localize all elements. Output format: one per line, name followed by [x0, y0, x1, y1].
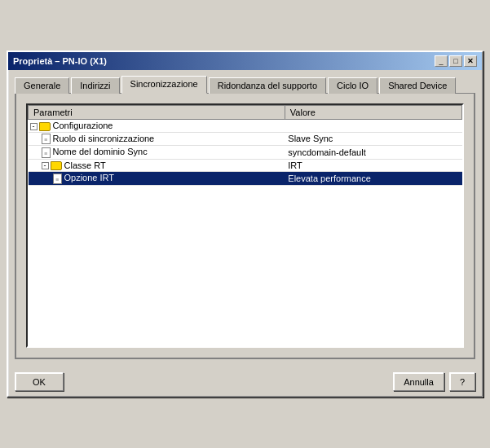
bottom-left-buttons: OK — [15, 372, 64, 391]
tab-ciclo[interactable]: Ciclo IO — [328, 77, 377, 94]
tab-bar: Generale Indirizzi Sincronizzazione Rido… — [15, 75, 475, 93]
maximize-button[interactable]: □ — [449, 55, 462, 67]
col-header-parametri: Parametri — [29, 106, 285, 120]
ok-button[interactable]: OK — [15, 372, 64, 391]
tree-node-label: Ruolo di sincronizzazione — [53, 134, 155, 143]
tab-ridondanza[interactable]: Ridondanza del supporto — [209, 77, 326, 94]
tree-node-label: Opzione IRT — [64, 173, 115, 182]
tree-node-value: IRT — [285, 159, 461, 172]
tree-node-value: syncdomain-default — [285, 146, 461, 160]
help-button[interactable]: ? — [449, 372, 475, 391]
tree-node-label: Classe RT — [64, 160, 106, 170]
window-title: Proprietà – PN-IO (X1) — [13, 56, 107, 66]
bottom-right-buttons: Annulla ? — [393, 372, 475, 391]
minimize-button[interactable]: _ — [435, 55, 448, 67]
tree-node-value: Elevata performance — [285, 172, 461, 186]
main-window: Proprietà – PN-IO (X1) _ □ ✕ Generale In… — [7, 51, 483, 397]
tree-node-label: Nome del dominio Sync — [53, 147, 148, 156]
doc-icon: ≡ — [42, 134, 51, 144]
doc-icon: ≡ — [53, 173, 62, 184]
tree-expand-icon[interactable]: - — [42, 162, 49, 169]
col-header-valore: Valore — [285, 106, 461, 120]
param-table: Parametri Valore -Configurazione≡Ruolo d… — [28, 105, 462, 186]
tree-node-label: Configurazione — [53, 121, 113, 130]
title-bar: Proprietà – PN-IO (X1) _ □ ✕ — [8, 52, 482, 70]
table-row[interactable]: ≡Opzione IRTElevata performance — [29, 172, 462, 186]
folder-icon — [39, 122, 51, 131]
table-row[interactable]: ≡Nome del dominio Syncsyncdomain-default — [29, 146, 462, 160]
close-button[interactable]: ✕ — [464, 55, 477, 67]
tab-shared[interactable]: Shared Device — [379, 77, 456, 94]
tab-indirizzi[interactable]: Indirizzi — [71, 77, 119, 94]
param-table-container: Parametri Valore -Configurazione≡Ruolo d… — [26, 103, 464, 348]
bottom-bar: OK Annulla ? — [8, 366, 482, 396]
table-row[interactable]: ≡Ruolo di sincronizzazioneSlave Sync — [29, 132, 462, 146]
tab-sincronizzazione[interactable]: Sincronizzazione — [121, 76, 207, 94]
folder-icon — [51, 161, 62, 170]
title-controls: _ □ ✕ — [435, 55, 477, 67]
window-content: Generale Indirizzi Sincronizzazione Rido… — [8, 70, 482, 366]
tab-generale[interactable]: Generale — [15, 77, 69, 94]
table-row[interactable]: -Configurazione — [29, 120, 462, 133]
tree-expand-icon[interactable]: - — [30, 123, 38, 130]
doc-icon: ≡ — [42, 147, 51, 158]
tree-node-value — [285, 120, 461, 133]
tree-node-value: Slave Sync — [285, 132, 461, 146]
table-row[interactable]: -Classe RTIRT — [29, 159, 462, 172]
tab-panel-sincronizzazione: Parametri Valore -Configurazione≡Ruolo d… — [15, 93, 475, 359]
annulla-button[interactable]: Annulla — [393, 372, 444, 391]
